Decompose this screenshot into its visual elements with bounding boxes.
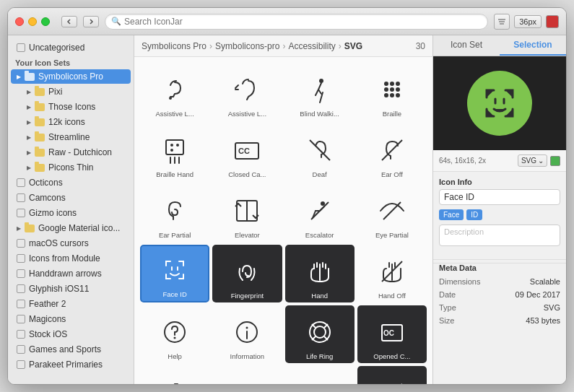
checkbox-camcons[interactable] [17, 193, 25, 202]
icon-cell-deaf[interactable]: Deaf [285, 123, 355, 181]
breadcrumb-part-1[interactable]: Symbolicons Pro [142, 41, 206, 51]
icon-cell-fingerprint[interactable]: Fingerprint [212, 245, 282, 302]
tab-selection[interactable]: Selection [500, 35, 566, 56]
breadcrumb-part-3[interactable]: Accessibility [288, 41, 335, 51]
icon-cell-hand[interactable]: Hand [285, 245, 355, 302]
icon-cell-elevator[interactable]: Elevator [212, 184, 282, 242]
checkbox-games-sports[interactable] [17, 345, 25, 354]
color-dot[interactable] [550, 156, 560, 166]
support-dog-icon [375, 375, 409, 384]
sidebar-item-macos[interactable]: macOS cursors [11, 236, 131, 251]
description-field[interactable]: Description [439, 225, 560, 246]
back-button[interactable] [61, 16, 77, 27]
sidebar-item-stock-ios[interactable]: Stock iOS [11, 327, 131, 341]
icon-label-information: Information [230, 352, 265, 360]
icon-cell-assistive-l-2[interactable]: Assistive L... [212, 63, 282, 121]
icon-cell-ear-off[interactable]: Ear Off [357, 123, 427, 181]
sidebar-item-raw-dutchicon[interactable]: ▶ Raw - Dutchicon [11, 145, 131, 160]
sidebar-item-octicons[interactable]: Octicons [11, 175, 131, 190]
sidebar-item-gizmo[interactable]: Gizmo icons [11, 206, 131, 220]
checkbox-parakeet[interactable] [17, 360, 25, 369]
sidebar-item-symbolicons-pro[interactable]: ▶ Symbolicons Pro [11, 69, 131, 84]
icon-cell-sign-lang[interactable]: Sign Lang... [140, 366, 209, 384]
icon-cell-information[interactable]: Information [212, 305, 282, 363]
sidebar-item-handdrawn[interactable]: Handdrawn arrows [11, 266, 131, 281]
icon-cell-braille-hand[interactable]: Braille Hand [140, 123, 209, 181]
breadcrumb-part-2[interactable]: Symbolicons-pro [215, 41, 279, 51]
triangle-icon-google: ▶ [17, 225, 21, 232]
sidebar-item-12k[interactable]: ▶ 12k icons [11, 115, 131, 129]
checkbox-feather[interactable] [17, 300, 25, 308]
svg-rect-17 [166, 140, 183, 154]
size-badge: 36px [514, 15, 542, 28]
sidebar-label-picons: Picons Thin [48, 162, 93, 173]
dropdown-chevron-icon: ⌄ [538, 157, 544, 165]
icon-cell-hand-off[interactable]: Hand Off [357, 245, 427, 302]
triangle-icon: ▶ [17, 74, 21, 80]
icon-cell-life-ring[interactable]: Life Ring [285, 305, 355, 363]
sidebar-item-icons-module[interactable]: Icons from Module [11, 251, 131, 266]
icon-label-braille: Braille [383, 110, 401, 118]
icon-cell-opened-c[interactable]: OC Opened C... [357, 305, 427, 363]
sidebar-label-games-sports: Games and Sports [29, 344, 101, 354]
checkbox-handdrawn[interactable] [17, 269, 25, 278]
sidebar-item-uncategorized[interactable]: Uncategorised [11, 40, 131, 55]
icon-name-field[interactable]: Face ID [439, 189, 560, 205]
icon-cell-assistive-l-1[interactable]: Assistive L... [140, 63, 209, 121]
icon-cell-support-dog[interactable]: Support Dog [357, 366, 427, 384]
icon-cell-escalator[interactable]: Escalator [285, 184, 355, 242]
checkbox-octicons[interactable] [17, 178, 25, 187]
sidebar-item-google-material[interactable]: ▶ Google Material ico... [11, 221, 131, 235]
checkbox-icons-module[interactable] [17, 254, 25, 263]
blind-walking-icon [303, 72, 337, 107]
checkbox-gizmo[interactable] [17, 209, 25, 217]
sidebar-item-glyphish[interactable]: Glyphish iOS11 [11, 282, 131, 296]
preview-icon [467, 71, 532, 136]
color-swatch[interactable] [546, 15, 559, 28]
sidebar-item-parakeet[interactable]: Parakeet Primaries [11, 357, 131, 372]
icon-cell-face-id[interactable]: Face ID [140, 245, 209, 302]
minimize-button[interactable] [28, 17, 37, 26]
icon-cell-braille[interactable]: Braille [357, 63, 427, 121]
sidebar-item-feather[interactable]: Feather 2 [11, 297, 131, 311]
maximize-button[interactable] [41, 17, 50, 26]
checkbox-magicons[interactable] [17, 315, 25, 323]
checkbox-uncategorized[interactable] [17, 43, 25, 52]
checkbox-glyphish[interactable] [17, 284, 25, 293]
preview-area [433, 56, 566, 150]
sidebar-item-camcons[interactable]: Camcons [11, 191, 131, 205]
sidebar-item-magicons[interactable]: Magicons [11, 312, 131, 326]
sidebar-label-pixi: Pixi [48, 87, 62, 97]
icon-cell-help[interactable]: Help [140, 305, 209, 363]
tag-id[interactable]: ID [466, 209, 482, 220]
checkbox-stock-ios[interactable] [17, 330, 25, 339]
sidebar-item-pixi[interactable]: ▶ Pixi [11, 84, 131, 99]
icon-cell-blind-walking[interactable]: Blind Walki... [285, 63, 355, 121]
tag-face[interactable]: Face [439, 209, 464, 220]
sidebar-item-streamline[interactable]: ▶ Streamline [11, 130, 131, 144]
filter-button[interactable] [494, 14, 510, 30]
divider [433, 259, 566, 260]
checkbox-macos[interactable] [17, 239, 25, 248]
sidebar-item-picons-thin[interactable]: ▶ Picons Thin [11, 160, 131, 175]
icon-cell-eye-partial[interactable]: Eye Partial [357, 184, 427, 242]
icon-cell-closed-ca[interactable]: CC Closed Ca... [212, 123, 282, 181]
format-dropdown[interactable]: SVG ⌄ [518, 154, 547, 167]
icon-cell-stairs-down[interactable]: Stairs Down [212, 366, 282, 384]
sidebar-item-those-icons[interactable]: ▶ Those Icons [11, 100, 131, 114]
svg-point-40 [314, 326, 326, 338]
tab-icon-set[interactable]: Icon Set [433, 35, 500, 56]
svg-point-15 [390, 93, 394, 97]
meta-val-size: 453 bytes [526, 316, 560, 325]
panel-tabs: Icon Set Selection [433, 35, 566, 56]
svg-point-3 [169, 97, 172, 100]
search-input[interactable] [124, 17, 482, 27]
breadcrumb-part-4[interactable]: SVG [344, 41, 362, 51]
sidebar-item-games-sports[interactable]: Games and Sports [11, 342, 131, 357]
forward-button[interactable] [83, 16, 99, 27]
icon-cell-stairs-up[interactable]: Stairs UP [285, 366, 355, 384]
search-icon: 🔍 [111, 17, 121, 26]
close-button[interactable] [15, 17, 24, 26]
icon-cell-ear-partial[interactable]: Ear Partial [140, 184, 209, 242]
search-bar[interactable]: 🔍 [105, 14, 488, 30]
